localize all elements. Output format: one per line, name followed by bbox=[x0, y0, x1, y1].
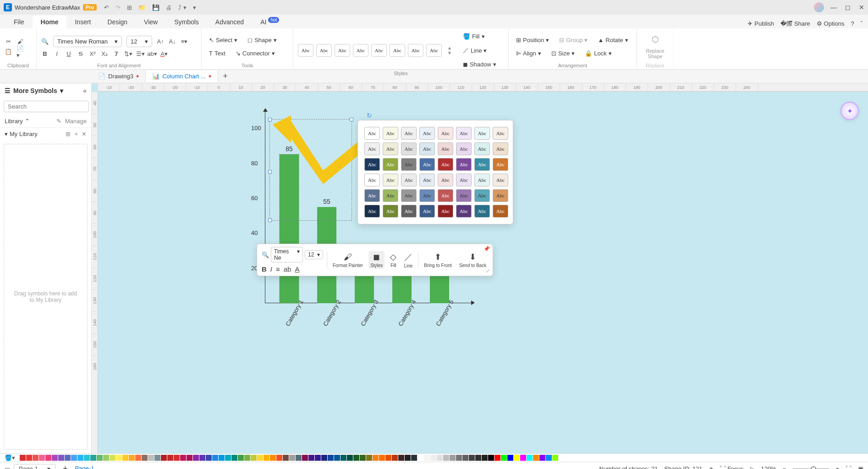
color-swatch[interactable] bbox=[527, 455, 533, 461]
print-icon[interactable]: 🖨 bbox=[166, 4, 172, 11]
style-popup[interactable]: AbcAbcAbcAbcAbcAbcAbcAbcAbcAbcAbcAbcAbcA… bbox=[357, 120, 513, 224]
maximize-icon[interactable]: ◻ bbox=[845, 4, 851, 11]
zoom-out-icon[interactable]: − bbox=[783, 465, 786, 469]
bold-icon[interactable]: B bbox=[41, 50, 49, 57]
play-icon[interactable]: ▷ bbox=[750, 465, 755, 469]
clear-format-icon[interactable]: T̷ bbox=[113, 50, 120, 57]
search-icon[interactable]: 🔍 bbox=[262, 251, 269, 258]
fit-icon[interactable]: ⛶ bbox=[846, 465, 852, 469]
tab-ai[interactable]: AIhot bbox=[252, 16, 287, 28]
replace-shape-icon[interactable]: ⬡ bbox=[652, 34, 659, 44]
style-swatch[interactable]: Abc bbox=[383, 142, 398, 155]
color-swatch[interactable] bbox=[129, 455, 135, 461]
lock-button[interactable]: 🔒 Lock ▾ bbox=[582, 48, 614, 59]
font-color-icon[interactable]: A bbox=[295, 265, 299, 273]
export-icon[interactable]: ⤴ ▾ bbox=[178, 4, 187, 11]
color-swatch[interactable] bbox=[379, 455, 385, 461]
color-swatch[interactable] bbox=[289, 455, 295, 461]
style-swatch[interactable]: Abc bbox=[493, 127, 508, 140]
color-swatch[interactable] bbox=[154, 455, 160, 461]
color-swatch[interactable] bbox=[84, 455, 90, 461]
color-swatch[interactable] bbox=[71, 455, 77, 461]
options-button[interactable]: ⚙ Options bbox=[817, 20, 845, 27]
text-direction-icon[interactable]: ab▾ bbox=[148, 50, 156, 57]
color-swatch[interactable] bbox=[469, 455, 475, 461]
style-swatch[interactable]: Abc bbox=[474, 174, 490, 186]
italic-icon[interactable]: I bbox=[53, 50, 60, 57]
color-swatch[interactable] bbox=[360, 455, 366, 461]
strike-icon[interactable]: S bbox=[77, 50, 84, 57]
style-swatch[interactable]: Abc bbox=[438, 158, 453, 171]
style-swatch[interactable]: Abc bbox=[401, 189, 417, 202]
color-swatch[interactable] bbox=[65, 455, 71, 461]
style-swatch[interactable]: Abc bbox=[419, 142, 435, 155]
tab-view[interactable]: View bbox=[136, 16, 166, 28]
color-swatch[interactable] bbox=[161, 455, 167, 461]
font-family-select[interactable]: Times New Roman▾ bbox=[53, 36, 122, 47]
style-swatch[interactable]: Abc bbox=[419, 158, 435, 171]
color-swatch[interactable] bbox=[488, 455, 494, 461]
color-swatch[interactable] bbox=[180, 455, 186, 461]
color-swatch[interactable] bbox=[533, 455, 539, 461]
line-spacing-icon[interactable]: ⇅▾ bbox=[125, 50, 132, 57]
style-swatch[interactable]: Abc bbox=[419, 189, 435, 202]
style-swatch[interactable]: Abc bbox=[493, 205, 508, 218]
color-swatch[interactable] bbox=[494, 455, 500, 461]
style-swatch[interactable]: Abc bbox=[383, 158, 398, 171]
user-avatar[interactable] bbox=[814, 2, 824, 12]
gallery-scroll[interactable]: ▲▼ bbox=[445, 45, 452, 55]
ai-assistant-button[interactable]: ✦ bbox=[841, 102, 859, 120]
style-swatch[interactable]: Abc bbox=[474, 158, 490, 171]
align-button[interactable]: ⊫ Align ▾ bbox=[513, 48, 544, 59]
style-swatch[interactable]: Abc bbox=[401, 142, 417, 155]
style-swatch[interactable]: Abc bbox=[419, 205, 435, 218]
color-swatch[interactable] bbox=[302, 455, 308, 461]
subscript-icon[interactable]: X₂ bbox=[101, 50, 108, 57]
style-swatch[interactable]: Abc bbox=[364, 205, 380, 218]
mini-font-select[interactable]: Times Ne▾ bbox=[271, 247, 303, 262]
style-swatch[interactable]: Abc bbox=[493, 142, 508, 155]
color-swatch[interactable] bbox=[366, 455, 372, 461]
style-swatch[interactable]: Abc bbox=[438, 205, 453, 218]
color-swatch[interactable] bbox=[418, 455, 423, 461]
tab-design[interactable]: Design bbox=[99, 16, 136, 28]
font-color-icon[interactable]: A▾ bbox=[160, 50, 168, 57]
style-swatch[interactable]: Abc bbox=[335, 44, 350, 57]
color-swatch[interactable] bbox=[392, 455, 398, 461]
page-select[interactable]: Page-1▾ bbox=[14, 464, 55, 469]
color-swatch[interactable] bbox=[20, 455, 26, 461]
style-swatch[interactable]: Abc bbox=[438, 127, 453, 140]
color-swatch[interactable] bbox=[270, 455, 276, 461]
style-swatch[interactable]: Abc bbox=[474, 127, 490, 140]
color-swatch[interactable] bbox=[385, 455, 391, 461]
style-swatch[interactable]: Abc bbox=[401, 127, 417, 140]
line-button[interactable]: ／ Line ▾ bbox=[460, 44, 499, 56]
color-swatch[interactable] bbox=[507, 455, 513, 461]
pin-icon[interactable]: 📌 bbox=[483, 246, 490, 252]
add-page-button[interactable]: + bbox=[63, 464, 68, 469]
style-swatch[interactable]: Abc bbox=[353, 44, 368, 57]
send-back-button[interactable]: ⬇Send to Back bbox=[457, 251, 488, 269]
color-swatch[interactable] bbox=[520, 455, 526, 461]
color-swatch[interactable] bbox=[193, 455, 199, 461]
style-swatch[interactable]: Abc bbox=[493, 158, 508, 171]
color-swatch[interactable] bbox=[411, 455, 417, 461]
style-swatch[interactable]: Abc bbox=[426, 44, 442, 57]
tab-advanced[interactable]: Advanced bbox=[207, 16, 252, 28]
color-swatch[interactable] bbox=[167, 455, 173, 461]
style-swatch[interactable]: Abc bbox=[364, 158, 380, 171]
style-swatch[interactable]: Abc bbox=[419, 127, 435, 140]
color-swatch[interactable] bbox=[212, 455, 218, 461]
text-direction-icon[interactable]: ab bbox=[284, 265, 291, 273]
style-swatch[interactable]: Abc bbox=[364, 189, 380, 202]
save-icon[interactable]: 💾 bbox=[152, 4, 159, 11]
fullscreen-icon[interactable]: ▣ bbox=[858, 465, 863, 469]
format-brush-icon[interactable]: 🖌 bbox=[16, 38, 24, 45]
redo-icon[interactable]: ↷ bbox=[115, 4, 121, 11]
bullets-icon[interactable]: ☰▾ bbox=[137, 50, 144, 57]
add-tab-button[interactable]: + bbox=[218, 71, 232, 81]
font-size-select[interactable]: 12▾ bbox=[126, 36, 152, 47]
color-swatch[interactable] bbox=[308, 455, 314, 461]
italic-icon[interactable]: I bbox=[270, 265, 272, 273]
style-swatch[interactable]: Abc bbox=[474, 142, 490, 155]
